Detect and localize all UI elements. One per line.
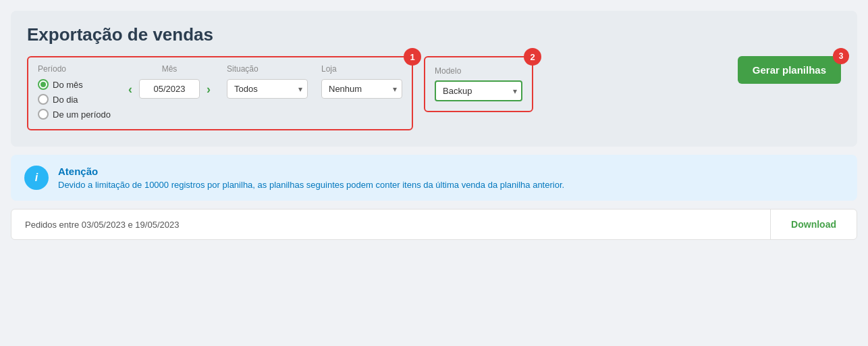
page-title: Exportação de vendas	[27, 24, 841, 45]
gerar-planilhas-button[interactable]: Gerar planilhas	[738, 56, 841, 84]
mes-nav: ‹ ›	[126, 79, 213, 99]
situacao-select-wrapper: Todos Aprovado Cancelado Pendente	[227, 79, 308, 99]
radio-group: Do mês Do dia De um período	[38, 79, 112, 120]
badge-2: 2	[524, 48, 541, 66]
results-label: Pedidos entre 03/05/2023 e 19/05/2023	[11, 210, 770, 239]
radio-do-mes-label: Do mês	[53, 80, 83, 90]
radio-circle-de-um-periodo	[38, 109, 49, 120]
radio-de-um-periodo[interactable]: De um período	[38, 109, 112, 120]
radio-do-dia[interactable]: Do dia	[38, 94, 112, 105]
loja-section: Loja Nenhum Loja 1 Loja 2	[321, 64, 402, 99]
mes-next-button[interactable]: ›	[204, 82, 213, 97]
loja-label: Loja	[321, 64, 402, 74]
loja-select[interactable]: Nenhum Loja 1 Loja 2	[321, 79, 402, 99]
filter-box-2: 2 Modelo Backup Detalhado Resumido	[424, 56, 533, 112]
mes-input[interactable]	[139, 79, 200, 99]
situacao-label: Situação	[227, 64, 308, 74]
modelo-select[interactable]: Backup Detalhado Resumido	[435, 80, 522, 101]
situacao-section: Situação Todos Aprovado Cancelado Penden…	[227, 64, 308, 99]
modelo-label: Modelo	[435, 66, 461, 76]
badge-3: 3	[833, 48, 849, 64]
badge-1: 1	[404, 48, 421, 66]
loja-select-wrapper: Nenhum Loja 1 Loja 2	[321, 79, 402, 99]
info-text: Devido a limitação de 10000 registros po…	[58, 180, 564, 190]
filter-box-1: 1 Período Do mês Do dia	[27, 56, 413, 130]
gerar-btn-wrapper: Gerar planilhas 3	[738, 56, 841, 84]
radio-circle-do-mes	[38, 79, 49, 90]
periodo-label: Período	[38, 64, 112, 74]
radio-do-dia-label: Do dia	[53, 95, 78, 105]
radio-circle-do-dia	[38, 94, 49, 105]
situacao-select[interactable]: Todos Aprovado Cancelado Pendente	[227, 79, 308, 99]
download-button[interactable]: Download	[770, 209, 857, 239]
top-card: Exportação de vendas 1 Período Do mês	[11, 11, 857, 147]
info-title: Atenção	[58, 166, 564, 177]
mes-label: Mês	[162, 64, 178, 74]
modelo-select-wrapper: Backup Detalhado Resumido	[435, 80, 522, 101]
info-content: Atenção Devido a limitação de 10000 regi…	[58, 166, 564, 190]
info-icon: i	[24, 166, 49, 190]
results-row: Pedidos entre 03/05/2023 e 19/05/2023 Do…	[11, 209, 857, 240]
mes-prev-button[interactable]: ‹	[126, 82, 135, 97]
periodo-section: Período Do mês Do dia De um período	[38, 64, 112, 120]
info-card: i Atenção Devido a limitação de 10000 re…	[11, 155, 857, 201]
mes-section: Mês ‹ ›	[126, 64, 213, 99]
filters-row: 1 Período Do mês Do dia	[27, 56, 841, 130]
radio-de-um-periodo-label: De um período	[53, 109, 111, 120]
page-container: Exportação de vendas 1 Período Do mês	[11, 11, 857, 240]
radio-do-mes[interactable]: Do mês	[38, 79, 112, 90]
